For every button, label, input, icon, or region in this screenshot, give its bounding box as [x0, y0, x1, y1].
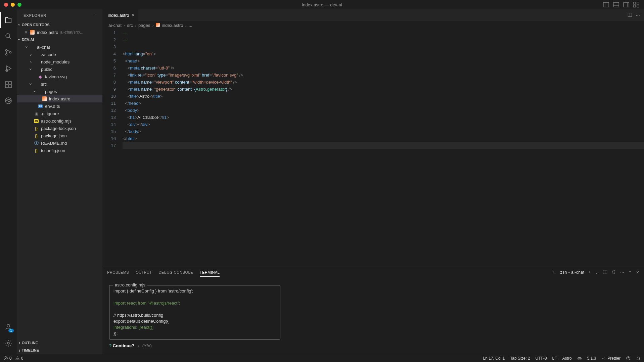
- close-icon[interactable]: ✕: [131, 13, 135, 18]
- status-prettier[interactable]: Prettier: [601, 356, 620, 361]
- new-terminal-icon[interactable]: +: [588, 270, 591, 275]
- code-line[interactable]: <h1>AI Chatbot</h1>: [123, 114, 644, 121]
- code-line[interactable]: ---: [123, 29, 644, 36]
- layout-sidebar-left-icon[interactable]: [602, 1, 610, 8]
- split-editor-icon[interactable]: [628, 12, 632, 18]
- layout-panel-icon[interactable]: [612, 1, 620, 8]
- activity-accounts[interactable]: 1: [0, 319, 16, 335]
- file-item[interactable]: ⓘREADME.md: [17, 139, 102, 147]
- folder-item[interactable]: public: [17, 65, 102, 73]
- layout-sidebar-right-icon[interactable]: [623, 1, 630, 8]
- svg-rect-16: [5, 82, 8, 84]
- code-line[interactable]: <head>: [123, 57, 644, 64]
- file-item[interactable]: {}tsconfig.json: [17, 147, 102, 154]
- activity-edge-icon[interactable]: [0, 93, 16, 109]
- code-line[interactable]: </html>: [123, 135, 644, 142]
- status-language[interactable]: Astro: [562, 356, 572, 361]
- status-eol[interactable]: LF: [552, 356, 557, 361]
- status-tabsize[interactable]: Tab Size: 2: [510, 356, 530, 361]
- terminal-line: import { defineConfig } from 'astro/conf…: [113, 288, 276, 294]
- code-line[interactable]: [123, 142, 644, 149]
- folder-item[interactable]: ai-chat: [17, 43, 102, 51]
- file-item[interactable]: ◆favicon.svg: [17, 73, 102, 80]
- close-icon[interactable]: ✕: [24, 30, 30, 35]
- section-timeline[interactable]: TIMELINE: [17, 347, 102, 354]
- editor-tab[interactable]: index.astro ✕: [102, 9, 139, 21]
- tree-item-label: package.json: [41, 133, 67, 138]
- status-errors[interactable]: 0: [3, 356, 12, 361]
- status-bell-icon[interactable]: [636, 356, 641, 361]
- window-minimize-button[interactable]: [11, 3, 15, 7]
- status-warnings[interactable]: 0: [15, 356, 24, 361]
- kill-terminal-icon[interactable]: [611, 270, 616, 275]
- close-panel-icon[interactable]: ✕: [636, 270, 640, 275]
- activity-search[interactable]: [0, 28, 16, 44]
- status-cursor[interactable]: Ln 17, Col 1: [483, 356, 505, 361]
- folder-item[interactable]: pages: [17, 88, 102, 95]
- breadcrumb-part[interactable]: ...: [189, 23, 192, 28]
- window-maximize-button[interactable]: [17, 3, 21, 7]
- split-terminal-icon[interactable]: [603, 270, 607, 275]
- status-version[interactable]: 5.1.3: [587, 356, 596, 361]
- sidebar-more-icon[interactable]: ⋯: [92, 13, 96, 17]
- activity-source-control[interactable]: [0, 44, 16, 60]
- breadcrumb[interactable]: ai-chat› src› pages› index.astro› ...: [102, 21, 644, 29]
- terminal-shell-icon[interactable]: [552, 270, 556, 275]
- code-line[interactable]: [123, 43, 644, 50]
- file-item[interactable]: {}package.json: [17, 132, 102, 139]
- breadcrumb-part[interactable]: index.astro: [162, 23, 183, 28]
- panel-tab-debug[interactable]: DEBUG CONSOLE: [158, 268, 193, 276]
- code-line[interactable]: <link rel="icon" type="image/svg+xml" hr…: [123, 72, 644, 79]
- folder-item[interactable]: src: [17, 80, 102, 88]
- code-line[interactable]: </head>: [123, 100, 644, 107]
- activity-explorer[interactable]: [0, 12, 16, 28]
- breadcrumb-part[interactable]: src: [127, 23, 133, 28]
- folder-item[interactable]: node_modules: [17, 58, 102, 65]
- more-icon[interactable]: ⋯: [620, 270, 625, 275]
- chevron-down-icon: [19, 22, 20, 28]
- code-line[interactable]: <div></div>: [123, 121, 644, 128]
- svg-line-11: [9, 37, 11, 39]
- status-encoding[interactable]: UTF-8: [536, 356, 547, 361]
- terminal-dropdown-icon[interactable]: ⌄: [595, 270, 599, 275]
- window-close-button[interactable]: [4, 3, 8, 7]
- code-line[interactable]: <html lang="en">: [123, 50, 644, 57]
- customize-layout-icon[interactable]: [633, 1, 640, 8]
- code-line[interactable]: </body>: [123, 128, 644, 135]
- section-outline[interactable]: OUTLINE: [17, 339, 102, 347]
- code-line[interactable]: <meta name="generator" content={Astro.ge…: [123, 86, 644, 93]
- terminal[interactable]: astro.config.mjs import { defineConfig }…: [102, 278, 644, 354]
- open-editor-item[interactable]: ✕ index.astro ai-chat/src/...: [17, 29, 102, 36]
- code-line[interactable]: ---: [123, 36, 644, 43]
- code-editor[interactable]: 1234567891011121314151617 ------ <html l…: [102, 29, 644, 267]
- file-item[interactable]: TSenv.d.ts: [17, 102, 102, 110]
- file-item[interactable]: JSastro.config.mjs: [17, 117, 102, 125]
- code-line[interactable]: <meta charset="utf-8" />: [123, 64, 644, 72]
- section-open-editors[interactable]: OPEN EDITORS: [17, 21, 102, 29]
- window-title: index.astro — dev-ai: [302, 2, 342, 7]
- activity-settings[interactable]: [0, 335, 16, 351]
- terminal-label[interactable]: zsh - ai-chat: [560, 270, 585, 275]
- folder-item[interactable]: .vscode: [17, 51, 102, 58]
- panel-tab-problems[interactable]: PROBLEMS: [107, 268, 129, 276]
- status-copilot-icon[interactable]: [577, 356, 582, 361]
- file-item[interactable]: index.astro: [17, 95, 102, 102]
- chevron-up-icon[interactable]: ⌃: [628, 270, 632, 275]
- file-item[interactable]: {}package-lock.json: [17, 125, 102, 132]
- status-feedback-icon[interactable]: [626, 356, 631, 361]
- section-workspace[interactable]: DEV-AI: [17, 36, 102, 43]
- breadcrumb-part[interactable]: ai-chat: [108, 23, 122, 28]
- code-line[interactable]: <body>: [123, 107, 644, 114]
- breadcrumb-part[interactable]: pages: [138, 23, 150, 28]
- more-icon[interactable]: ⋯: [636, 13, 640, 18]
- tree-item-label: env.d.ts: [45, 104, 60, 109]
- activity-run-debug[interactable]: [0, 60, 16, 77]
- panel-tab-terminal[interactable]: TERMINAL: [200, 268, 220, 277]
- code-line[interactable]: <meta name="viewport" content="width=dev…: [123, 79, 644, 86]
- panel-tab-output[interactable]: OUTPUT: [136, 268, 152, 276]
- chevron-down-icon: [19, 37, 20, 42]
- activity-extensions[interactable]: [0, 77, 16, 93]
- code-line[interactable]: <title>Astro</title>: [123, 93, 644, 100]
- file-item[interactable]: ◉.gitignore: [17, 110, 102, 117]
- statusbar: 0 0 Ln 17, Col 1 Tab Size: 2 UTF-8 LF As…: [0, 354, 644, 362]
